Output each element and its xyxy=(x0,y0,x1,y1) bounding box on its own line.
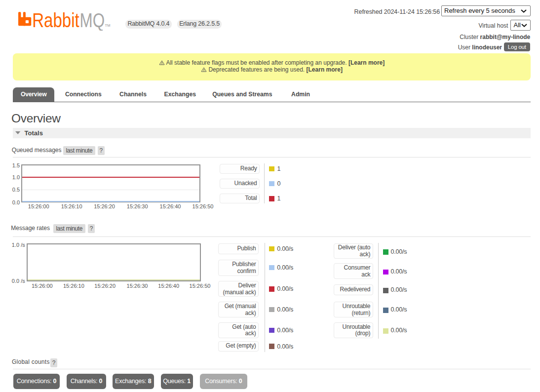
svg-text:Rabbit: Rabbit xyxy=(32,10,79,31)
svg-text:MQ: MQ xyxy=(80,10,105,31)
svg-text:TM: TM xyxy=(105,23,111,28)
